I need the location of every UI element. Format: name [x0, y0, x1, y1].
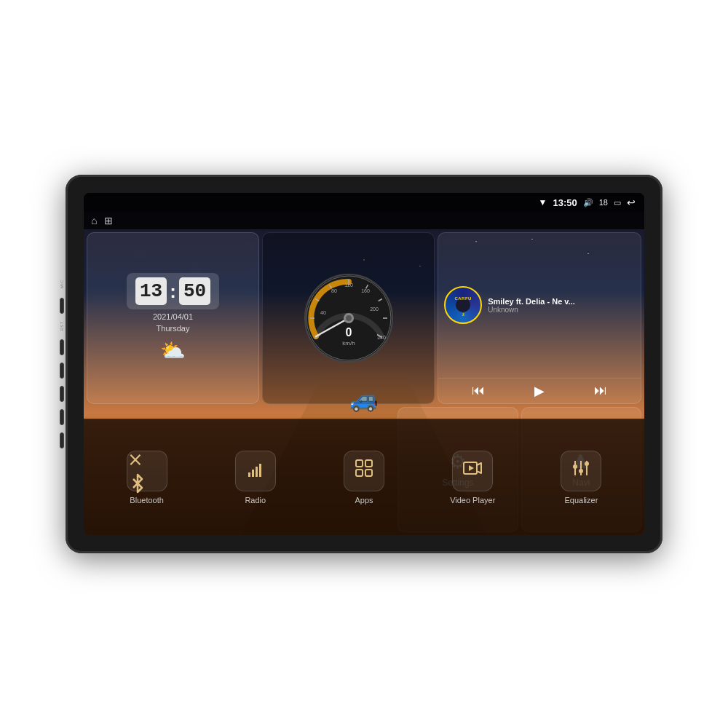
svg-rect-27	[356, 460, 363, 467]
rst-label: RST	[60, 321, 64, 331]
clock-hour: 13	[135, 277, 167, 305]
equalizer-label: Equalizer	[564, 496, 598, 505]
clock-colon: :	[170, 280, 176, 303]
music-top: CARFU 🎗 Smiley ft. Delia - Ne v... Unkno…	[438, 233, 641, 378]
car-head-unit: MIC RST ▼ 13:50 🔊 18 ▭ ↩ ⌂ ⊞	[66, 175, 662, 553]
side-button-nav[interactable]	[60, 363, 64, 379]
speedometer: 0 40 80 120 160 200 240	[301, 271, 396, 365]
music-controls: ⏮ ▶ ⏭	[438, 378, 641, 403]
music-title: Smiley ft. Delia - Ne v...	[488, 297, 635, 306]
svg-text:0: 0	[345, 326, 352, 339]
bottom-bar: ⨯ Bluetooth	[84, 419, 644, 535]
weather-icon: ⛅	[160, 339, 186, 363]
svg-point-20	[346, 315, 352, 321]
svg-rect-25	[256, 467, 258, 477]
svg-marker-32	[477, 463, 481, 473]
apps-nav-icon[interactable]: ⊞	[104, 215, 113, 226]
panels-row: 13 : 50 2021/04/01 Thursday ⛅	[84, 229, 644, 407]
clock-minute: 50	[179, 277, 210, 305]
svg-marker-33	[469, 465, 474, 471]
svg-rect-29	[356, 470, 363, 476]
clock-display: 13 : 50	[127, 273, 219, 309]
svg-rect-28	[365, 460, 372, 467]
radio-item[interactable]: Radio	[201, 451, 309, 505]
speedometer-panel: 0 40 80 120 160 200 240	[262, 232, 435, 404]
music-artist: Unknown	[488, 306, 635, 314]
side-button-vol-down[interactable]	[60, 432, 64, 448]
svg-point-37	[579, 469, 583, 473]
apps-item[interactable]: Apps	[309, 451, 418, 505]
screen: ▼ 13:50 🔊 18 ▭ ↩ ⌂ ⊞ 🚙 13	[84, 193, 644, 535]
equalizer-icon	[571, 458, 591, 483]
side-buttons: MIC RST	[60, 280, 64, 448]
music-info: Smiley ft. Delia - Ne v... Unknown	[488, 297, 635, 314]
wifi-icon: ▼	[539, 197, 547, 207]
equalizer-icon-wrap	[561, 451, 601, 491]
side-button-vol-up[interactable]	[60, 409, 64, 425]
video-item[interactable]: Video Player	[419, 451, 527, 505]
bluetooth-icon: ⨯	[127, 448, 167, 494]
svg-text:40: 40	[320, 310, 326, 315]
top-nav: ⌂ ⊞	[84, 212, 644, 229]
video-icon	[462, 458, 483, 483]
svg-point-35	[573, 464, 577, 469]
next-button[interactable]: ⏭	[594, 383, 607, 398]
side-button-back[interactable]	[60, 386, 64, 402]
clock-date: 2021/04/01	[153, 312, 193, 321]
apps-icon-wrap	[344, 451, 384, 491]
bluetooth-label: Bluetooth	[130, 496, 163, 505]
radio-icon	[245, 458, 266, 483]
play-button[interactable]: ▶	[534, 383, 545, 399]
apps-icon	[354, 458, 374, 483]
radio-icon-wrap	[235, 451, 276, 491]
bluetooth-icon-wrap: ⨯	[127, 451, 167, 491]
main-content: 🚙 13 : 50 2021/04/01 Thursday ⛅	[84, 229, 644, 535]
svg-point-39	[585, 462, 589, 466]
side-button-power[interactable]	[60, 339, 64, 355]
video-icon-wrap	[452, 451, 493, 491]
album-art: CARFU 🎗	[444, 286, 482, 324]
status-bar: ▼ 13:50 🔊 18 ▭ ↩	[84, 193, 644, 212]
svg-text:120: 120	[344, 282, 353, 288]
back-icon[interactable]: ↩	[627, 197, 636, 208]
radio-label: Radio	[245, 496, 266, 505]
svg-rect-23	[248, 472, 250, 477]
equalizer-item[interactable]: Equalizer	[527, 451, 636, 505]
volume-icon: 🔊	[583, 198, 593, 207]
mic-label: MIC	[60, 280, 64, 289]
svg-text:80: 80	[331, 288, 337, 293]
svg-text:km/h: km/h	[342, 340, 355, 347]
clock-day: Thursday	[157, 324, 190, 333]
home-nav-icon[interactable]: ⌂	[91, 215, 97, 226]
apps-label: Apps	[355, 496, 373, 505]
video-label: Video Player	[450, 496, 495, 505]
svg-text:160: 160	[361, 288, 370, 293]
bluetooth-item[interactable]: ⨯ Bluetooth	[92, 451, 201, 505]
volume-level: 18	[599, 198, 608, 207]
battery-icon: ▭	[614, 198, 621, 207]
music-panel: CARFU 🎗 Smiley ft. Delia - Ne v... Unkno…	[438, 232, 641, 404]
svg-rect-30	[365, 470, 372, 476]
status-time: 13:50	[553, 197, 577, 208]
carfu-label: CARFU	[454, 296, 472, 301]
svg-rect-26	[259, 464, 261, 477]
prev-button[interactable]: ⏮	[472, 383, 485, 398]
svg-text:200: 200	[370, 306, 379, 312]
svg-text:240: 240	[377, 335, 386, 340]
ribbon-decoration: 🎗	[462, 312, 465, 317]
side-button-home[interactable]	[60, 298, 64, 314]
clock-panel: 13 : 50 2021/04/01 Thursday ⛅	[87, 232, 259, 404]
svg-rect-24	[252, 470, 254, 477]
